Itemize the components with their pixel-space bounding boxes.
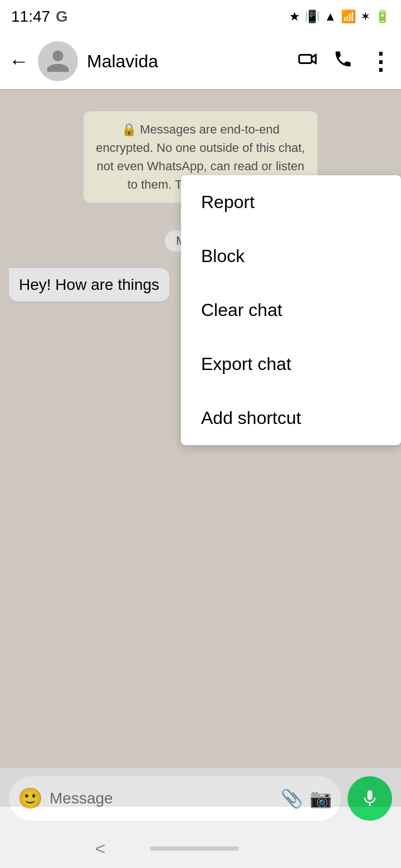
back-nav-button[interactable]: < [95,839,106,859]
avatar-icon [45,48,71,75]
contact-name[interactable]: Malavida [87,51,288,72]
status-icons: ★ 📳 ▲ 📶 ✶ 🔋 [289,9,390,24]
header-actions: ⋮ [297,48,392,75]
status-time: 11:47 [11,8,50,26]
avatar [38,41,78,81]
svg-rect-0 [299,55,312,63]
system-nav-bar: < [0,829,401,868]
phone-call-button[interactable] [333,49,353,74]
carrier-icon: G [56,8,68,26]
signal-icon: ✶ [360,9,370,24]
back-button[interactable]: ← [9,50,29,73]
menu-item-export-chat[interactable]: Export chat [181,337,401,391]
wifi-icon: 📶 [341,9,356,24]
menu-item-block[interactable]: Block [181,229,401,283]
battery-icon: 🔋 [375,9,390,24]
status-bar: 11:47 G ★ 📳 ▲ 📶 ✶ 🔋 [0,0,401,33]
video-call-button[interactable] [297,49,317,74]
menu-item-report[interactable]: Report [181,175,401,229]
chat-header: ← Malavida ⋮ [0,33,401,89]
menu-item-clear-chat[interactable]: Clear chat [181,283,401,337]
vibrate-icon: 📳 [305,9,320,24]
bluetooth-icon: ★ [289,9,300,24]
menu-item-add-shortcut[interactable]: Add shortcut [181,391,401,445]
home-indicator[interactable] [150,846,239,851]
more-options-button[interactable]: ⋮ [369,48,392,75]
dropdown-menu: Report Block Clear chat Export chat Add … [181,175,401,445]
chat-area: 🔒 Messages are end-to-end encrypted. No … [0,89,401,807]
data-icon: ▲ [324,9,336,24]
